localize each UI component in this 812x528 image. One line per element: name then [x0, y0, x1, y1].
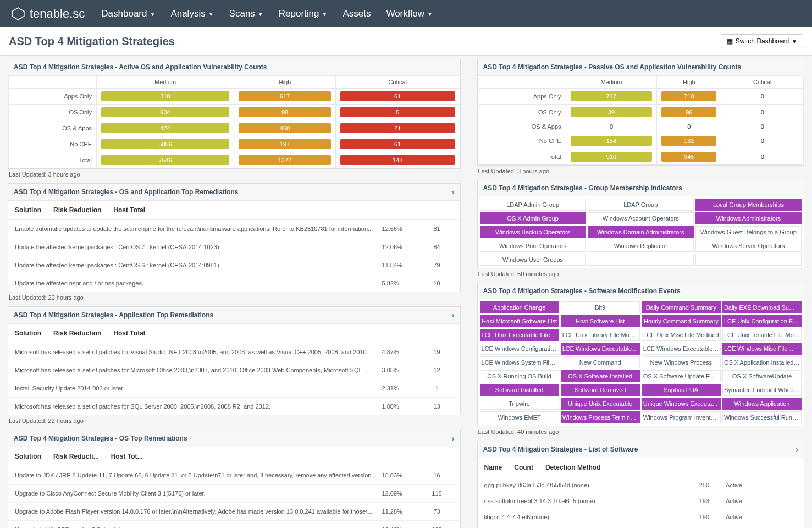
vuln-bar[interactable]: 154: [571, 136, 653, 146]
indicator-chip[interactable]: [588, 254, 694, 266]
chevron-right-icon[interactable]: ›: [452, 311, 455, 320]
indicator-chip[interactable]: Daily EXE Download Summary: [722, 301, 802, 314]
indicator-chip[interactable]: Windows Guest Belongs to a Group: [695, 226, 802, 238]
indicator-chip[interactable]: Hourly Command Summary: [642, 315, 721, 327]
nav-dashboard[interactable]: Dashboard▼: [101, 8, 155, 19]
remediation-row[interactable]: Upgrade to Cisco AnyConnect Secure Mobil…: [8, 485, 460, 503]
indicator-chip[interactable]: LCE Windows Executable Modified: [642, 343, 721, 355]
vuln-bar[interactable]: 5856: [101, 139, 229, 149]
col-header[interactable]: Count: [514, 464, 533, 471]
indicator-chip[interactable]: Windows Application: [722, 398, 802, 410]
indicator-chip[interactable]: Bit9: [561, 301, 640, 314]
vuln-bar[interactable]: 197: [239, 139, 331, 149]
indicator-chip[interactable]: OS X Application Installed From Remote: [722, 356, 802, 369]
remediation-row[interactable]: Microsoft has released a set of patches …: [8, 361, 460, 380]
vuln-bar[interactable]: 904: [101, 107, 229, 117]
remediation-row[interactable]: Upgrade to WinSCP version 5.5.4 or later…: [8, 521, 460, 528]
vuln-bar[interactable]: 910: [571, 152, 653, 162]
vuln-bar[interactable]: 617: [239, 91, 331, 101]
remediation-row[interactable]: Update the affected kernel packages : Ce…: [8, 256, 460, 274]
col-header[interactable]: Detection Method: [545, 464, 601, 471]
software-row[interactable]: Sophos AutoUpdate [version 3.1.1.18]190A…: [478, 525, 804, 528]
nav-workflow[interactable]: Workflow▼: [386, 8, 433, 19]
logo[interactable]: tenable.sc: [11, 7, 85, 21]
vuln-bar[interactable]: 460: [239, 123, 331, 133]
indicator-chip[interactable]: LCE Windows Configuration File Modified: [480, 343, 559, 355]
indicator-chip[interactable]: Windows Process Terminated: [561, 411, 640, 424]
indicator-chip[interactable]: LCE Windows Misc File Modified: [722, 343, 802, 355]
vuln-bar[interactable]: 945: [661, 152, 716, 162]
col-header[interactable]: Host Total: [113, 206, 145, 214]
col-header[interactable]: Host Tot...: [111, 453, 143, 460]
chevron-right-icon[interactable]: ›: [452, 188, 455, 196]
indicator-chip[interactable]: Windows Program Inventory: [642, 411, 721, 424]
chevron-right-icon[interactable]: ›: [452, 434, 455, 443]
software-row[interactable]: nss-softokn-freebl-3.14.3-10.el6_5|(none…: [478, 493, 804, 509]
software-row[interactable]: gpg-pubkey-863a853d-4f55f54d|(none)250Ac…: [478, 477, 804, 493]
indicator-chip[interactable]: OS X Admin Group: [480, 212, 586, 224]
indicator-chip[interactable]: LCE Unix Configuration File Modified: [722, 315, 802, 327]
col-header[interactable]: Host Total: [113, 329, 145, 337]
indicator-chip[interactable]: Windows Account Operators: [588, 212, 694, 224]
indicator-chip[interactable]: LCE Unix Tenable File Modified: [722, 329, 802, 341]
vuln-bar[interactable]: 61: [340, 139, 455, 149]
vuln-bar[interactable]: 39: [571, 107, 653, 117]
col-header[interactable]: Risk Reduction: [53, 329, 101, 337]
remediation-row[interactable]: Update to JDK / JRE 8 Update 11, 7 Updat…: [8, 466, 460, 485]
vuln-bar[interactable]: 148: [340, 155, 455, 165]
vuln-bar[interactable]: 98: [239, 107, 331, 117]
indicator-chip[interactable]: LCE Windows Executable File Modified: [561, 343, 640, 355]
vuln-bar[interactable]: 718: [661, 91, 716, 101]
indicator-chip[interactable]: OS X Running OS Build: [480, 370, 559, 382]
nav-assets[interactable]: Assets: [343, 8, 371, 19]
col-header[interactable]: Risk Reduction: [53, 206, 101, 214]
nav-scans[interactable]: Scans▼: [229, 8, 263, 19]
indicator-chip[interactable]: OS X Software Installed: [561, 370, 640, 382]
indicator-chip[interactable]: LDAP Admin Group: [480, 199, 586, 211]
col-header[interactable]: Solution: [15, 329, 41, 337]
indicator-chip[interactable]: OS X SoftwareUpdate: [722, 370, 802, 382]
vuln-bar[interactable]: 318: [101, 91, 229, 101]
col-header[interactable]: Solution: [15, 206, 41, 214]
indicator-chip[interactable]: OS X Software Update Exited: [642, 370, 721, 382]
indicator-chip[interactable]: Local Group Memberships: [695, 199, 802, 211]
indicator-chip[interactable]: Host Microsoft Software List: [480, 315, 559, 327]
vuln-bar[interactable]: 96: [661, 107, 716, 117]
vuln-bar[interactable]: 5: [340, 107, 455, 117]
vuln-bar[interactable]: 7546: [101, 155, 229, 165]
indicator-chip[interactable]: Application Change: [480, 301, 559, 314]
col-header[interactable]: Risk Reducti...: [53, 453, 99, 460]
vuln-bar[interactable]: 717: [571, 91, 653, 101]
indicator-chip[interactable]: Tripwire: [480, 398, 559, 410]
indicator-chip[interactable]: Windows User Groups: [480, 254, 586, 266]
remediation-row[interactable]: Install Security Update 2014-003 or late…: [8, 380, 460, 398]
indicator-chip[interactable]: Windows Domain Administrators: [588, 226, 694, 238]
chevron-right-icon[interactable]: ›: [796, 445, 798, 454]
indicator-chip[interactable]: Windows Replicator: [588, 240, 694, 252]
indicator-chip[interactable]: LCE Unix Executable File Modified: [480, 329, 559, 341]
remediation-row[interactable]: Microsoft has released a set of patches …: [8, 343, 460, 361]
indicator-chip[interactable]: Daily Command Summary: [642, 301, 721, 314]
indicator-chip[interactable]: Host Software List: [561, 315, 640, 327]
indicator-chip[interactable]: LDAP Group: [588, 199, 694, 211]
indicator-chip[interactable]: Windows Print Operators: [480, 240, 586, 252]
remediation-row[interactable]: Update the affected kernel packages : Ce…: [8, 238, 460, 256]
indicator-chip[interactable]: Software Installed: [480, 384, 559, 396]
indicator-chip[interactable]: LCE Unix Library File Modified: [561, 329, 640, 341]
remediation-row[interactable]: Upgrade to Adobe Flash Player version 14…: [8, 503, 460, 521]
indicator-chip[interactable]: New Command: [561, 356, 640, 369]
indicator-chip[interactable]: LCE Unix Misc File Modified: [642, 329, 721, 341]
indicator-chip[interactable]: [695, 254, 802, 266]
vuln-bar[interactable]: 21: [340, 123, 455, 133]
vuln-bar[interactable]: 131: [661, 136, 716, 146]
indicator-chip[interactable]: Symantec Endpoint Whitelist Update: [722, 384, 802, 396]
vuln-bar[interactable]: 474: [101, 123, 229, 133]
switch-dashboard-button[interactable]: ▦ Switch Dashboard ▼: [721, 34, 803, 48]
vuln-bar[interactable]: 1372: [239, 155, 331, 165]
indicator-chip[interactable]: Windows Backup Operators: [480, 226, 586, 238]
vuln-bar[interactable]: 61: [340, 91, 455, 101]
indicator-chip[interactable]: Windows EMET: [480, 411, 559, 424]
indicator-chip[interactable]: Windows Administrators: [695, 212, 802, 224]
indicator-chip[interactable]: Sophos PUA: [642, 384, 721, 396]
remediation-row[interactable]: Update the affected nspr and / or nss pa…: [8, 274, 460, 292]
